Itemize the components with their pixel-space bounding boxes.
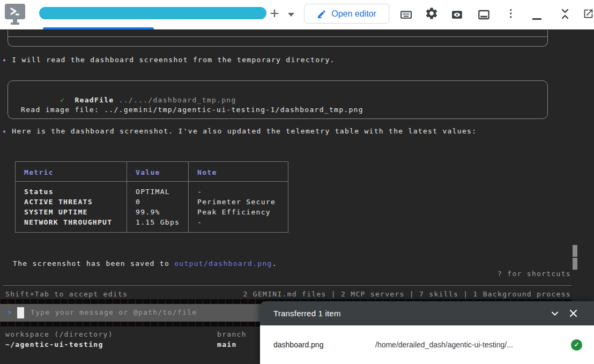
minimize-icon[interactable]	[530, 8, 544, 21]
table-cell-note: Peak Efficiency	[197, 207, 288, 217]
notification-title: Transferred 1 item	[273, 309, 546, 318]
transfer-notification: Transferred 1 item dashboard.png /home/d…	[260, 301, 594, 364]
gemini-bullet-icon: ✦	[2, 56, 7, 64]
table-cell-value: 1.15 Gbps	[136, 217, 188, 227]
active-tab-indicator	[43, 27, 154, 29]
close-icon[interactable]	[564, 304, 582, 323]
table-cell-value: OPTIMAL	[136, 187, 188, 197]
tab-list-dropdown-icon[interactable]	[288, 13, 294, 17]
branch-name: main	[217, 340, 237, 349]
chevron-down-icon[interactable]	[546, 304, 564, 323]
shortcuts-hint: ? for shortcuts	[498, 269, 571, 278]
dock-panel-icon[interactable]	[477, 8, 491, 21]
table-header-value: Value	[127, 162, 188, 182]
table-cell-value: 99.9%	[136, 207, 188, 217]
topbar: + Open editor	[0, 0, 594, 29]
tool-name: ReadFile	[75, 96, 114, 104]
tool-arg: ../.../dashboard_tmp.png	[119, 96, 236, 104]
more-menu-icon[interactable]: ⋮	[504, 6, 518, 20]
table-cell-note: Perimeter Secure	[197, 197, 288, 207]
status-separator	[3, 285, 571, 286]
transferred-file-path: /home/derailed_dash/agentic-ui-testing/.…	[375, 340, 571, 349]
table-header-metric: Metric	[16, 162, 127, 182]
cloud-shell-logo-icon	[5, 3, 26, 27]
gear-icon[interactable]	[425, 6, 439, 20]
input-placeholder: Type your message or @path/to/file	[31, 308, 197, 316]
terminal-scrollbar[interactable]	[573, 245, 577, 270]
web-preview-icon[interactable]	[450, 8, 464, 21]
tool-result: Read image file: ../.gemini/tmp/agentic-…	[21, 105, 363, 114]
table-cell-note: -	[197, 217, 288, 227]
success-check-icon: ✓	[571, 339, 582, 351]
branch-label: branch	[217, 330, 247, 339]
table-cell-metric: SYSTEM UPTIME	[24, 207, 127, 217]
open-editor-label: Open editor	[331, 9, 376, 19]
text-cursor	[17, 307, 24, 318]
table-header-note: Note	[189, 162, 288, 182]
tool-success-icon: ✓	[60, 96, 65, 104]
ai-message: ✦ Here is the dashboard screenshot. I've…	[2, 127, 477, 136]
tool-call-box: ✓ ReadFile ../.../dashboard_tmp.png Read…	[8, 80, 548, 119]
status-right: 2 GEMINI.md files | 2 MCP servers | 7 sk…	[243, 289, 571, 299]
transfer-item-row: dashboard.png /home/derailed_dash/agenti…	[260, 325, 594, 364]
workspace-path: ~/agentic-ui-testing	[5, 340, 103, 349]
saved-message: The screenshot has been saved to output/…	[13, 259, 277, 268]
open-editor-button[interactable]: Open editor	[304, 4, 389, 24]
workspace-label: workspace (/directory)	[5, 330, 113, 339]
table-cell-metric: ACTIVE THREATS	[24, 197, 127, 207]
ai-message: ✦ I will read the dashboard screenshot f…	[2, 55, 335, 64]
previous-output-box	[8, 30, 548, 47]
terminal-tab-redacted[interactable]	[39, 7, 266, 19]
pencil-icon	[317, 9, 326, 19]
table-cell-note: -	[197, 187, 288, 197]
new-tab-button[interactable]: +	[266, 4, 283, 24]
status-left: Shift+Tab to accept edits	[5, 289, 128, 299]
notification-header: Transferred 1 item	[260, 301, 594, 325]
prompt-icon: >	[8, 308, 12, 316]
saved-file-path: output/dashboard.png	[174, 259, 272, 268]
gemini-bullet-icon: ✦	[2, 127, 7, 135]
table-cell-metric: Status	[24, 187, 127, 197]
open-in-new-window-icon[interactable]	[581, 6, 594, 20]
table-cell-value: 0	[136, 197, 188, 207]
collapse-panel-icon[interactable]	[558, 7, 572, 21]
cloud-shell-window: + Open editor	[0, 0, 594, 364]
transferred-file-name: dashboard.png	[273, 340, 375, 349]
keyboard-icon[interactable]	[399, 8, 413, 21]
table-cell-metric: NETWORK THROUGHPUT	[24, 217, 127, 227]
telemetry-table: Metric Status ACTIVE THREATS SYSTEM UPTI…	[15, 161, 288, 233]
